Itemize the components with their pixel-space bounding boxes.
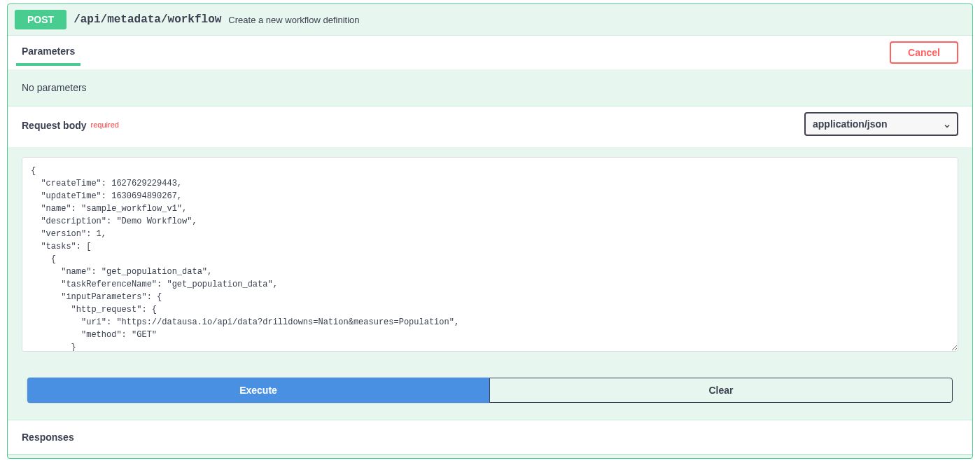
parameters-section-bar: Parameters Cancel <box>8 35 972 69</box>
api-summary: Create a new workflow definition <box>228 15 359 25</box>
cancel-button[interactable]: Cancel <box>890 41 958 64</box>
bottom-strip <box>8 454 972 458</box>
action-button-row: Execute Clear <box>8 378 972 420</box>
request-body-section-bar: Request body required application/json <box>8 106 972 147</box>
api-path: /api/metadata/workflow <box>74 13 221 26</box>
request-body-textarea[interactable] <box>22 157 958 352</box>
content-type-select-wrap: application/json <box>804 112 958 142</box>
no-parameters-text: No parameters <box>8 69 972 106</box>
responses-title: Responses <box>22 432 958 443</box>
api-header[interactable]: POST /api/metadata/workflow Create a new… <box>8 4 972 35</box>
request-body-title: Request body <box>22 120 87 139</box>
request-body-section <box>8 147 972 378</box>
execute-button[interactable]: Execute <box>27 378 489 403</box>
http-method-badge: POST <box>15 10 66 29</box>
responses-section-bar: Responses <box>8 420 972 454</box>
required-label: required <box>91 121 119 129</box>
api-endpoint-block: POST /api/metadata/workflow Create a new… <box>7 4 973 459</box>
content-type-select[interactable]: application/json <box>804 112 958 136</box>
parameters-tab[interactable]: Parameters <box>22 46 75 65</box>
clear-button[interactable]: Clear <box>489 378 953 403</box>
